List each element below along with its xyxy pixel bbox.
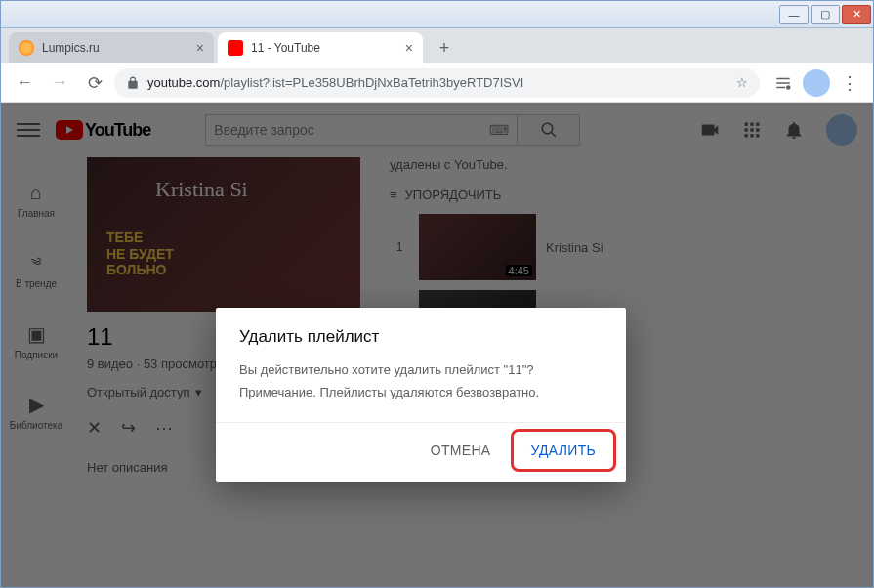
lock-icon: [126, 76, 140, 90]
forward-button[interactable]: →: [44, 67, 75, 99]
favicon-icon: [19, 40, 34, 56]
window-titlebar: — ▢ ✕: [1, 1, 873, 28]
cancel-button[interactable]: ОТМЕНА: [415, 429, 507, 472]
browser-toolbar: ← → ⟳ youtube.com/playlist?list=PLe358UB…: [1, 63, 873, 103]
address-bar[interactable]: youtube.com/playlist?list=PLe358UBrhDjNx…: [114, 68, 760, 98]
delete-confirm-button[interactable]: УДАЛИТЬ: [516, 434, 611, 467]
browser-menu-button[interactable]: ⋮: [834, 67, 865, 99]
url-text: youtube.com/playlist?list=PLe358UBrhDjNx…: [147, 75, 728, 90]
tab-title: 11 - YouTube: [251, 41, 320, 55]
browser-tabstrip: Lumpics.ru × 11 - YouTube × +: [1, 28, 873, 63]
reload-button[interactable]: ⟳: [79, 67, 110, 99]
favicon-icon: [228, 40, 243, 56]
tab-title: Lumpics.ru: [42, 41, 100, 55]
back-button[interactable]: ←: [9, 67, 40, 99]
tab-close-icon[interactable]: ×: [196, 40, 204, 56]
window-minimize-button[interactable]: —: [779, 5, 809, 24]
window-close-button[interactable]: ✕: [842, 5, 871, 24]
dialog-message-line2: Примечание. Плейлисты удаляются безвозвр…: [239, 381, 603, 403]
tab-youtube[interactable]: 11 - YouTube ×: [218, 32, 423, 63]
tab-close-icon[interactable]: ×: [405, 40, 413, 56]
window-maximize-button[interactable]: ▢: [811, 5, 840, 24]
new-tab-button[interactable]: +: [431, 34, 458, 62]
delete-playlist-dialog: Удалить плейлист Вы действительно хотите…: [216, 308, 626, 482]
profile-avatar[interactable]: [803, 69, 830, 97]
svg-point-0: [786, 85, 791, 90]
dialog-title: Удалить плейлист: [216, 308, 626, 355]
dialog-message-line1: Вы действительно хотите удалить плейлист…: [239, 358, 603, 381]
annotation-highlight: УДАЛИТЬ: [511, 429, 616, 472]
tab-lumpics[interactable]: Lumpics.ru ×: [9, 32, 214, 63]
bookmark-star-icon[interactable]: ☆: [736, 75, 748, 90]
media-control-icon[interactable]: [768, 67, 799, 99]
